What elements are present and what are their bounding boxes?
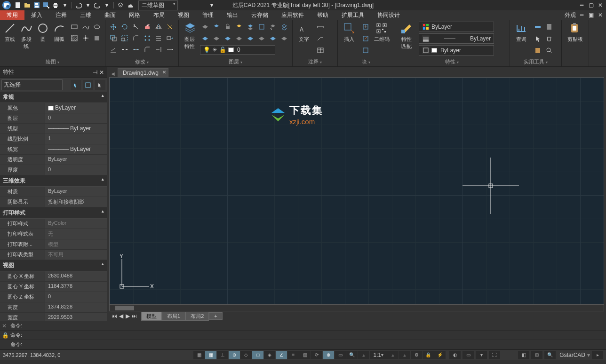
saveas-icon[interactable] [42, 1, 50, 9]
redo-dd-icon[interactable]: ▾ [103, 1, 111, 9]
ellipse-icon[interactable] [92, 22, 102, 32]
panel-modify-title[interactable]: 修改 [108, 57, 175, 66]
color-dropdown[interactable]: ByLayer [419, 22, 494, 32]
tab-cloud[interactable]: 云存储 [245, 10, 275, 20]
prop-transparency[interactable]: 透明度ByLayer [0, 155, 107, 165]
prop-linetype[interactable]: 线型———— ByLayer [0, 124, 107, 134]
layer-s7-icon[interactable] [268, 33, 278, 44]
point-icon[interactable] [80, 33, 91, 43]
model-toggle[interactable]: ▭ [335, 351, 346, 359]
ortho-toggle[interactable]: ⊥ [217, 351, 228, 359]
layer-dropdown[interactable]: 💡 ☀ 🔓 0 [200, 45, 275, 55]
otrack-toggle[interactable]: ∠ [276, 351, 287, 359]
doc-restore-button[interactable]: ▣ [587, 11, 595, 19]
panel-block-title[interactable]: 块 [341, 57, 391, 66]
doc-tab-close-icon[interactable]: ✕ [162, 70, 166, 75]
panel-close-icon[interactable]: ✕ [99, 69, 104, 76]
prop-cx[interactable]: 圆心 X 坐标2630.0488 [0, 271, 107, 282]
tab-first-icon[interactable]: ⏮ [111, 313, 118, 319]
qat-dropdown-icon[interactable]: ▾ [61, 1, 69, 9]
anno-auto-toggle[interactable]: ⟁ [399, 351, 410, 359]
tab-collab[interactable]: 协同设计 [371, 10, 407, 20]
tab-view[interactable]: 视图 [171, 10, 196, 20]
undo-dd-icon[interactable]: ▾ [84, 1, 92, 9]
tab-annotate[interactable]: 注释 [49, 10, 73, 20]
align-icon[interactable] [108, 44, 119, 55]
measure-icon[interactable] [533, 22, 543, 32]
panel-utils-title[interactable]: 实用工具 [513, 57, 558, 66]
prop-width[interactable]: 宽度2929.9503 [0, 313, 107, 321]
anno-vis-toggle[interactable]: ⟁ [387, 351, 399, 359]
leader-icon[interactable] [315, 33, 326, 44]
tab-manage[interactable]: 管理 [196, 10, 220, 20]
tab-last-icon[interactable]: ⏭ [131, 313, 137, 319]
layer-s3-icon[interactable] [223, 33, 233, 44]
tray-menu-icon[interactable]: ▸ [592, 351, 603, 359]
custom-icon[interactable]: ▾ [476, 351, 487, 359]
lengthen-icon[interactable] [165, 44, 175, 55]
maximize-button[interactable]: ▢ [587, 1, 595, 9]
linetype-dropdown[interactable]: ByLayer [419, 45, 494, 55]
cmd-close-icon[interactable]: ✕ [2, 323, 8, 329]
isolate-icon[interactable]: ◐ [449, 351, 461, 359]
undo-icon[interactable] [75, 1, 82, 9]
copy-icon[interactable] [108, 33, 119, 43]
close-button[interactable]: ✕ [597, 1, 604, 9]
layer-s5-icon[interactable] [245, 33, 255, 44]
layer-s8-icon[interactable] [279, 33, 289, 44]
qrcode-button[interactable]: 二维码 [374, 22, 390, 43]
prop-color[interactable]: 颜色ByLayer [0, 103, 107, 113]
toggle-pickadd-icon[interactable] [83, 80, 93, 90]
anno-toggle[interactable]: ⟁ [358, 351, 369, 359]
calc-icon[interactable] [544, 22, 554, 32]
osnap-toggle[interactable]: □ [252, 351, 263, 359]
drawing-canvas[interactable]: 下载集xzji.com YX [109, 77, 604, 305]
prop-cz[interactable]: 圆心 Z 坐标0 [0, 292, 107, 302]
workspace-dropdown[interactable]: 二维草图 [138, 0, 178, 10]
doc-minimize-button[interactable]: ━ [578, 11, 585, 19]
cat-plot[interactable]: 打印样式 [0, 207, 107, 219]
purge-icon[interactable] [544, 33, 554, 44]
layer-prev-icon[interactable] [268, 22, 278, 32]
iso-toggle[interactable]: ◇ [240, 351, 252, 359]
break-icon[interactable] [120, 44, 130, 55]
polar-toggle[interactable]: ⊙ [229, 351, 240, 359]
insert-button[interactable]: 插入 [341, 22, 358, 43]
cat-3d[interactable]: 三维效果 [0, 175, 107, 187]
panel-props-title[interactable]: 特性 [397, 57, 507, 66]
add-layout-tab[interactable]: + [209, 312, 222, 320]
cat-general[interactable]: 常规 [0, 92, 107, 103]
join-icon[interactable] [131, 44, 141, 55]
region-icon[interactable] [92, 33, 102, 43]
tab-3d[interactable]: 三维 [73, 10, 98, 20]
move-icon[interactable] [108, 22, 119, 32]
layers-icon[interactable] [117, 1, 124, 9]
tab-next-icon[interactable]: ▶ [124, 313, 131, 319]
tray-2-icon[interactable]: ⊞ [531, 351, 542, 359]
polyline-button[interactable]: 多段线 [19, 22, 33, 50]
select-objects-icon[interactable] [95, 80, 105, 90]
fullscreen-icon[interactable]: ⛶ [489, 351, 500, 359]
cmd-lock-icon[interactable]: 🔒 [2, 332, 8, 339]
select-icon[interactable] [533, 33, 543, 44]
clean-icon[interactable]: ▭ [462, 351, 474, 359]
redo-icon[interactable] [94, 1, 101, 9]
line-button[interactable]: 直线 [3, 22, 16, 43]
prop-plotstyle[interactable]: 打印样式ByColor [0, 219, 107, 229]
minimize-button[interactable]: ━ [578, 1, 585, 9]
scale-toggle[interactable]: 1:1▾ [370, 351, 387, 359]
layer-s6-icon[interactable] [256, 33, 267, 44]
table-icon[interactable] [315, 45, 326, 55]
prop-lineweight[interactable]: 线宽———— ByLayer [0, 144, 107, 155]
hw-toggle[interactable]: ⚡ [434, 351, 446, 359]
layer-freeze-icon[interactable] [211, 22, 222, 32]
print-icon[interactable] [52, 1, 59, 9]
extend-icon[interactable] [153, 44, 164, 55]
workspace-dd-icon[interactable]: ▾ [208, 1, 215, 9]
offset-icon[interactable] [153, 33, 164, 43]
spline-icon[interactable] [80, 22, 91, 32]
lock-ui-toggle[interactable]: 🔒 [423, 351, 434, 359]
erase-icon[interactable] [142, 22, 152, 32]
qselect-icon[interactable] [544, 45, 554, 55]
open-icon[interactable] [24, 1, 31, 9]
